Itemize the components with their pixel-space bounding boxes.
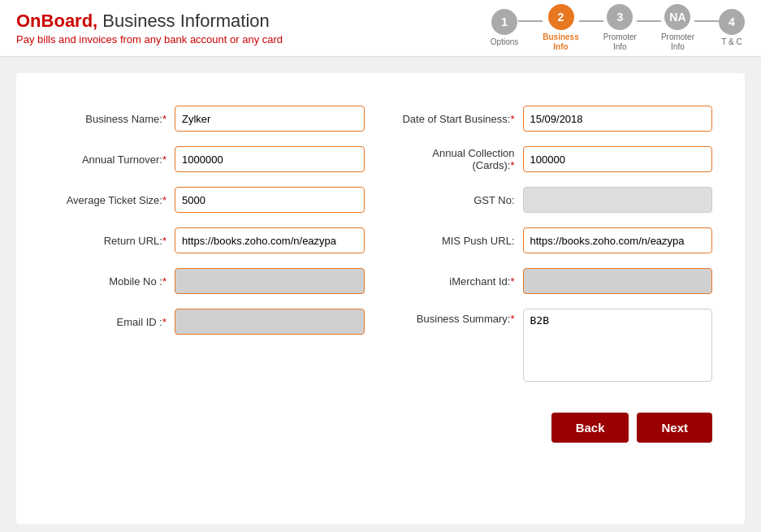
label-imerchant-id: iMerchant Id:* [397, 275, 523, 288]
form-row-gst-no: GST No: [397, 187, 713, 213]
label-email-id: Email ID :* [49, 316, 175, 328]
header-branding: OnBoard, Business Information Pay bills … [16, 11, 283, 45]
step-circle-2: 2 [548, 4, 574, 30]
step-label-NA: Promoter Info [661, 32, 694, 52]
step-label-1: Options [491, 37, 518, 47]
step-circle-3: 3 [607, 4, 633, 30]
input-mis-push-url[interactable] [523, 227, 713, 253]
input-email-id[interactable] [175, 309, 365, 335]
input-imerchant-id[interactable] [523, 268, 713, 294]
label-mobile-no: Mobile No :* [49, 275, 175, 288]
form-row-avg-ticket-size: Average Ticket Size:* [49, 187, 365, 213]
step-2: 2Business Info [543, 4, 578, 52]
label-business-name: Business Name:* [49, 113, 175, 125]
input-gst-no[interactable] [523, 187, 713, 213]
step-label-4: T & C [721, 37, 742, 47]
input-annual-collection-cards[interactable] [523, 146, 713, 172]
input-date-start-business[interactable] [523, 106, 713, 132]
brand-name: OnBoard, [16, 11, 97, 31]
form-row-email-id: Email ID :* [49, 309, 365, 335]
form-row-imerchant-id: iMerchant Id:* [397, 268, 713, 294]
label-date-start-business: Date of Start Business:* [397, 113, 523, 125]
textarea-business-summary[interactable] [523, 309, 713, 382]
step-connector [518, 20, 543, 22]
main-content: Business Name:*Annual Turnover:*Average … [16, 73, 745, 524]
step-connector [694, 20, 719, 22]
step-3: 3Promoter Info [603, 4, 637, 52]
label-avg-ticket-size: Average Ticket Size:* [49, 194, 175, 206]
step-NA: NAPromoter Info [661, 4, 694, 52]
label-gst-no: GST No: [397, 194, 523, 206]
next-button[interactable]: Next [637, 413, 712, 443]
form-row-date-start-business: Date of Start Business:* [397, 106, 713, 132]
step-connector [637, 20, 661, 22]
header: OnBoard, Business Information Pay bills … [0, 0, 761, 57]
stepper: 1Options2Business Info3Promoter InfoNAPr… [491, 4, 745, 52]
input-business-name[interactable] [175, 106, 365, 132]
app-title: OnBoard, Business Information [16, 11, 283, 32]
step-connector [579, 20, 603, 22]
input-mobile-no[interactable] [175, 268, 365, 294]
label-annual-turnover: Annual Turnover:* [49, 154, 175, 166]
form-row-mobile-no: Mobile No :* [49, 268, 365, 294]
form-row-business-name: Business Name:* [49, 106, 365, 132]
form-section: Business Name:*Annual Turnover:*Average … [49, 106, 712, 396]
step-1: 1Options [491, 9, 518, 47]
form-row-annual-turnover: Annual Turnover:* [49, 146, 365, 172]
step-label-2: Business Info [543, 32, 578, 52]
label-annual-collection-cards: Annual Collection (Cards):* [397, 147, 523, 171]
step-circle-1: 1 [491, 9, 517, 35]
form-left-column: Business Name:*Annual Turnover:*Average … [49, 106, 365, 396]
back-button[interactable]: Back [551, 413, 629, 443]
label-business-summary: Business Summary:* [397, 313, 523, 325]
app-subtitle: Pay bills and invoices from any bank acc… [16, 33, 283, 45]
form-right-column: Date of Start Business:*Annual Collectio… [397, 106, 713, 396]
form-row-mis-push-url: MIS Push URL: [397, 227, 713, 253]
label-return-url: Return URL:* [49, 235, 175, 247]
form-row-annual-collection-cards: Annual Collection (Cards):* [397, 146, 713, 172]
input-return-url[interactable] [175, 227, 365, 253]
label-mis-push-url: MIS Push URL: [397, 235, 523, 247]
step-circle-NA: NA [664, 4, 690, 30]
step-label-3: Promoter Info [603, 32, 637, 52]
step-circle-4: 4 [719, 9, 745, 35]
button-row: Back Next [49, 413, 712, 443]
input-annual-turnover[interactable] [175, 146, 365, 172]
form-row-business-summary: Business Summary:* [397, 309, 713, 382]
input-avg-ticket-size[interactable] [175, 187, 365, 213]
step-4: 4T & C [719, 9, 745, 47]
form-row-return-url: Return URL:* [49, 227, 365, 253]
